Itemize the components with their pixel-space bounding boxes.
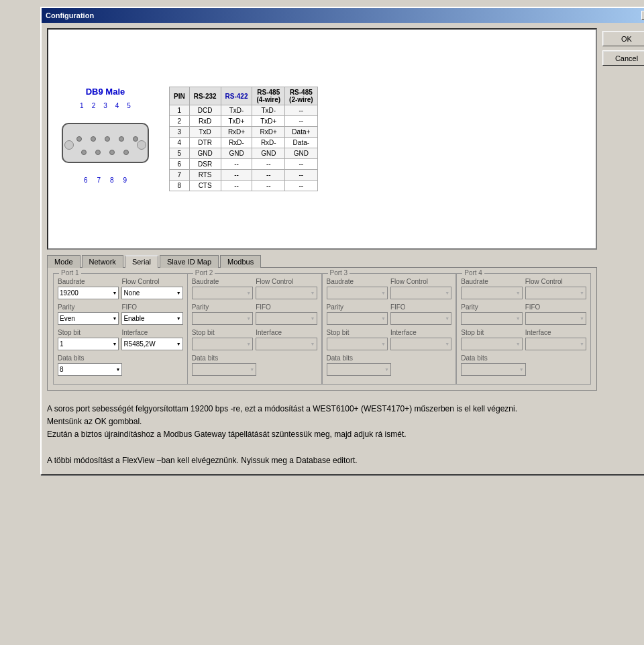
connector-title: DB9 Male <box>86 87 125 97</box>
window-title: Configuration <box>46 11 94 19</box>
pins-top-row <box>76 136 138 142</box>
stopbit-select-1[interactable]: 1▼ <box>58 338 119 350</box>
dropdown-arrow: ▼ <box>311 342 315 346</box>
col-rs485-2: RS-485(2-wire) <box>285 87 318 105</box>
right-ear <box>137 140 146 150</box>
dropdown-arrow: ▼ <box>246 316 251 321</box>
dropdown-arrow: ▼ <box>311 316 315 321</box>
table-row: 3TxDRxD+RxD+Data+ <box>170 127 318 138</box>
tab-network[interactable]: Network <box>82 255 123 268</box>
dropdown-arrow: ▼ <box>176 291 181 295</box>
col-rs422: RS-422 <box>221 87 252 105</box>
port-group-1: Port 1BaudrateFlow Control19200▼None▼Par… <box>53 273 187 385</box>
baudrate-select-1[interactable]: 19200▼ <box>58 287 119 299</box>
bottom-text-area: A soros port sebességét felgyorsítottam … <box>42 396 644 474</box>
pins-bottom-row <box>81 150 129 155</box>
table-row: 7RTS------ <box>170 170 318 181</box>
col-rs232: RS-232 <box>189 87 221 105</box>
dropdown-arrow: ▼ <box>246 291 251 295</box>
pin-5 <box>133 136 138 142</box>
window-content: DB9 Male 1 2 3 4 5 <box>42 23 644 396</box>
baudrate-select-2: ▼ <box>192 287 253 299</box>
dropdown-arrow: ▼ <box>516 316 521 321</box>
tab-serial[interactable]: Serial <box>125 255 158 268</box>
bottom-line-5: A többi módosítást a FlexView –ban kell … <box>47 454 644 467</box>
fifo-select-1[interactable]: Enable▼ <box>121 312 182 325</box>
pin-8 <box>109 150 115 155</box>
stopbit-select-3: ▼ <box>327 338 388 350</box>
ok-cancel-area: OK Cancel <box>602 28 644 391</box>
pin-9 <box>123 150 129 155</box>
dropdown-arrow: ▼ <box>516 291 521 295</box>
interface-select-3: ▼ <box>390 338 451 350</box>
dropdown-arrow: ▼ <box>311 291 315 295</box>
port-group-3: Port 3BaudrateFlow Control▼▼ParityFIFO▼▼… <box>322 273 457 385</box>
baudrate-select-3: ▼ <box>327 287 388 299</box>
dropdown-arrow: ▼ <box>115 367 120 372</box>
flowcontrol-select-1[interactable]: None▼ <box>121 287 182 299</box>
dropdown-arrow: ▼ <box>445 291 449 295</box>
dropdown-arrow: ▼ <box>176 342 181 346</box>
interface-select-1[interactable]: R5485,2W▼ <box>121 338 182 350</box>
databits-select-2: ▼ <box>192 363 256 376</box>
dropdown-arrow: ▼ <box>381 342 386 346</box>
col-rs485-4: RS-485(4-wire) <box>252 87 285 105</box>
table-row: 1DCDTxD-TxD--- <box>170 105 318 116</box>
dropdown-arrow: ▼ <box>112 291 117 295</box>
diagram-inner: DB9 Male 1 2 3 4 5 <box>55 87 589 191</box>
db9-shell <box>62 123 149 163</box>
cancel-button[interactable]: Cancel <box>602 50 644 66</box>
port-legend-4: Port 4 <box>462 269 484 277</box>
dropdown-arrow: ▼ <box>384 367 389 372</box>
dropdown-arrow: ▼ <box>246 342 251 346</box>
dropdown-arrow: ▼ <box>381 291 386 295</box>
connector-diagram: DB9 Male 1 2 3 4 5 <box>55 87 156 184</box>
main-area: DB9 Male 1 2 3 4 5 <box>47 28 597 391</box>
pin-3 <box>105 136 110 142</box>
table-row: 2RxDTxD+TxD+-- <box>170 116 318 127</box>
tab-modbus[interactable]: Modbus <box>220 255 261 268</box>
tab-slave-id-map[interactable]: Slave ID Map <box>160 255 219 268</box>
dropdown-arrow: ▼ <box>519 367 524 372</box>
flowcontrol-select-3: ▼ <box>390 287 451 299</box>
tab-mode[interactable]: Mode <box>47 255 80 268</box>
flowcontrol-select-2: ▼ <box>256 287 317 299</box>
dropdown-arrow: ▼ <box>445 342 449 346</box>
dropdown-arrow: ▼ <box>176 316 181 321</box>
pin-table: PIN RS-232 RS-422 RS-485(4-wire) RS-485(… <box>169 87 318 191</box>
pin-numbers-bottom: 6 7 8 9 <box>84 177 127 184</box>
parity-select-1[interactable]: Even▼ <box>58 312 119 325</box>
serial-panel: Port 1BaudrateFlow Control19200▼None▼Par… <box>47 267 597 391</box>
table-row: 4DTRRxD-RxD-Data- <box>170 138 318 148</box>
table-row: 8CTS------ <box>170 181 318 191</box>
databits-select-3: ▼ <box>327 363 391 376</box>
port-group-2: Port 2BaudrateFlow Control▼▼ParityFIFO▼▼… <box>187 273 322 385</box>
dropdown-arrow: ▼ <box>112 342 117 346</box>
port-group-4: Port 4BaudrateFlow Control▼▼ParityFIFO▼▼… <box>456 273 591 385</box>
db9-visual <box>55 116 156 170</box>
bottom-line-1: A soros port sebességét felgyorsítottam … <box>47 403 644 415</box>
dropdown-arrow: ▼ <box>580 342 584 346</box>
pin-6 <box>81 150 87 155</box>
dropdown-arrow: ▼ <box>112 316 117 321</box>
pin-2 <box>91 136 96 142</box>
table-row: 6DSR------ <box>170 159 318 170</box>
left-ear <box>64 140 74 150</box>
title-bar: Configuration ✕ <box>42 8 644 23</box>
port-legend-2: Port 2 <box>193 269 215 277</box>
dropdown-arrow: ▼ <box>516 342 521 346</box>
baudrate-select-4: ▼ <box>461 287 522 299</box>
pin-7 <box>95 150 101 155</box>
pin-4 <box>119 136 124 142</box>
diagram-area: DB9 Male 1 2 3 4 5 <box>47 28 597 250</box>
ok-button[interactable]: OK <box>602 31 644 46</box>
databits-select-1[interactable]: 8▼ <box>58 363 122 376</box>
close-button[interactable]: ✕ <box>641 11 644 20</box>
interface-select-2: ▼ <box>256 338 317 350</box>
dropdown-arrow: ▼ <box>445 316 449 321</box>
dropdown-arrow: ▼ <box>580 291 584 295</box>
ports-container: Port 1BaudrateFlow Control19200▼None▼Par… <box>53 273 591 385</box>
pin-1 <box>76 136 82 142</box>
fifo-select-3: ▼ <box>390 312 451 325</box>
fifo-select-2: ▼ <box>256 312 317 325</box>
